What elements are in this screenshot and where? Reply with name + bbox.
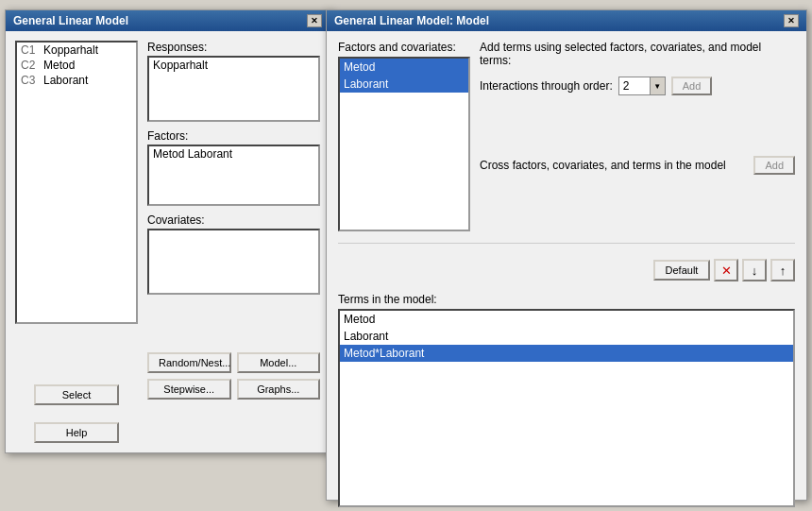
- left-dialog-title: General Linear Model: [13, 14, 128, 27]
- move-up-icon[interactable]: ↑: [770, 259, 795, 281]
- factors-label: Factors:: [147, 129, 320, 143]
- right-dialog-titlebar: General Linear Model: Model ✕: [327, 10, 806, 31]
- right-dialog: General Linear Model: Model ✕ Factors an…: [326, 9, 807, 501]
- variable-list: C1 Kopparhalt C2 Metod C3 Laborant: [15, 41, 138, 324]
- add-button-1[interactable]: Add: [671, 77, 713, 95]
- close-button[interactable]: ✕: [307, 14, 322, 27]
- titlebar-controls: ✕: [307, 14, 322, 27]
- chevron-down-icon[interactable]: ▼: [650, 77, 665, 94]
- help-button-left[interactable]: Help: [34, 422, 119, 443]
- covariates-label: Covariates:: [147, 213, 320, 227]
- responses-item[interactable]: Kopparhalt: [149, 58, 318, 73]
- cross-label: Cross factors, covariates, and terms in …: [480, 159, 726, 172]
- controls-row: Default ✕ ↓ ↑: [338, 255, 795, 285]
- responses-label: Responses:: [147, 41, 320, 54]
- fc-item-laborant[interactable]: Laborant: [340, 76, 468, 93]
- term-item-interaction[interactable]: Metod*Laborant: [340, 345, 793, 362]
- terms-list: Metod Laborant Metod*Laborant: [338, 309, 795, 507]
- factors-item[interactable]: Metod Laborant: [149, 146, 318, 162]
- interactions-label: Interactions through order:: [480, 79, 613, 93]
- factors-covariates-label: Factors and covariates:: [338, 41, 470, 54]
- random-nest-button[interactable]: Random/Nest...: [147, 352, 231, 373]
- list-item[interactable]: C1 Kopparhalt: [17, 43, 136, 58]
- add-button-2[interactable]: Add: [753, 156, 795, 175]
- term-item-laborant[interactable]: Laborant: [340, 328, 793, 345]
- graphs-button[interactable]: Graphs...: [237, 379, 321, 400]
- term-item-metod[interactable]: Metod: [340, 311, 793, 328]
- factors-box: Metod Laborant: [147, 145, 320, 206]
- left-dialog: General Linear Model ✕ C1 Kopparhalt C2 …: [5, 9, 330, 453]
- right-titlebar-controls: ✕: [784, 14, 799, 27]
- left-dialog-titlebar: General Linear Model ✕: [6, 10, 330, 31]
- select-button[interactable]: Select: [34, 384, 119, 405]
- interactions-value: 2: [619, 79, 650, 93]
- default-button[interactable]: Default: [653, 260, 710, 281]
- interactions-select[interactable]: 2 ▼: [618, 77, 666, 95]
- terms-label: Terms in the model:: [338, 293, 795, 306]
- right-close-button[interactable]: ✕: [784, 14, 799, 27]
- list-item[interactable]: C3 Laborant: [17, 73, 136, 88]
- move-down-icon[interactable]: ↓: [742, 259, 767, 281]
- factors-covariates-list: Metod Laborant: [338, 57, 470, 231]
- delete-icon[interactable]: ✕: [714, 259, 738, 281]
- responses-box: Kopparhalt: [147, 56, 320, 122]
- add-terms-label: Add terms using selected factors, covari…: [480, 41, 795, 67]
- stepwise-button[interactable]: Stepwise...: [147, 379, 231, 400]
- list-item[interactable]: C2 Metod: [17, 58, 136, 73]
- right-dialog-title: General Linear Model: Model: [334, 14, 489, 27]
- fc-item-metod[interactable]: Metod: [340, 59, 468, 76]
- covariates-box: [147, 229, 320, 295]
- model-button[interactable]: Model...: [237, 352, 321, 373]
